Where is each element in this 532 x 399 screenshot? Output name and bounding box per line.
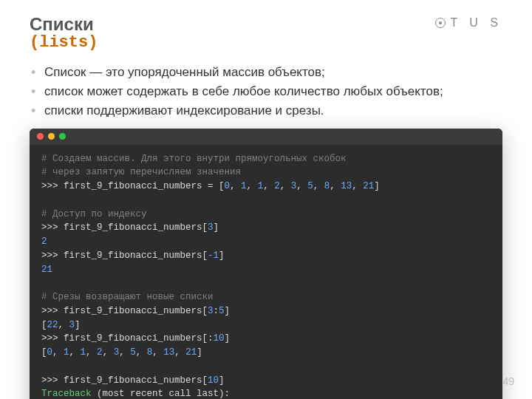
title-en: (lists) xyxy=(30,34,502,52)
code-window: # Создаем массив. Для этого внутри прямо… xyxy=(30,129,502,399)
brand-logo: T U S xyxy=(435,16,502,30)
code-block: # Создаем массив. Для этого внутри прямо… xyxy=(30,145,502,399)
page-number: 49 xyxy=(502,375,514,387)
bullet-list: Список — это упорядоченный массив объект… xyxy=(30,63,502,121)
list-item: списки поддерживают индексирование и сре… xyxy=(31,101,502,120)
title-ru: Списки xyxy=(30,14,94,34)
list-item: список может содержать в себе любое коли… xyxy=(31,82,502,101)
minimize-icon xyxy=(48,133,55,140)
list-item: Список — это упорядоченный массив объект… xyxy=(31,63,502,82)
window-titlebar xyxy=(30,129,502,145)
close-icon xyxy=(37,133,44,140)
maximize-icon xyxy=(59,133,66,140)
page-title: Списки (lists) xyxy=(30,15,502,52)
